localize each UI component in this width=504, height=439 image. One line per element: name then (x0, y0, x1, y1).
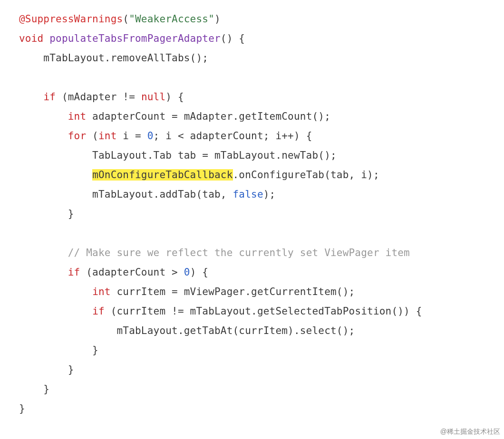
code-line: } (19, 208, 74, 220)
indent-token (19, 91, 43, 103)
text-token: .onConfigureTab(tab, i); (233, 169, 379, 181)
code-line: } (19, 403, 25, 414)
text-token: ) { (190, 267, 209, 278)
keyword-token: void (19, 33, 43, 44)
code-line: } (19, 364, 74, 375)
number-token: 0 (147, 130, 154, 142)
indent-token (19, 169, 92, 181)
indent-token (19, 286, 92, 297)
text-token: (adapterCount > (80, 267, 184, 278)
code-line: // Make sure we reflect the currently se… (19, 247, 410, 258)
text-token: (currItem != mTabLayout.getSelectedTabPo… (105, 305, 422, 317)
code-line: mOnConfigureTabCallback.onConfigureTab(t… (19, 169, 379, 181)
code-line: if (adapterCount > 0) { (19, 267, 208, 278)
code-line: @SuppressWarnings("WeakerAccess") (19, 13, 221, 25)
code-line: mTabLayout.removeAllTabs(); (19, 52, 208, 64)
text-token: ; i < adapterCount; i++) { (154, 130, 312, 142)
code-line: if (currItem != mTabLayout.getSelectedTa… (19, 305, 422, 317)
string-token: "WeakerAccess" (129, 13, 214, 25)
number-token: 0 (184, 267, 190, 278)
punct-token: ) (214, 13, 221, 25)
code-line: if (mAdapter != null) { (19, 91, 184, 103)
type-token: int (92, 286, 111, 297)
indent-token (19, 247, 68, 258)
indent-token (19, 130, 68, 142)
code-line: int adapterCount = mAdapter.getItemCount… (19, 111, 330, 122)
type-token: int (68, 111, 87, 122)
punct-token: ( (123, 13, 129, 25)
code-line: } (19, 383, 49, 395)
keyword-token: if (43, 91, 56, 103)
text-token: mTabLayout.addTab(tab, (19, 189, 233, 200)
annotation-token: @SuppressWarnings (19, 13, 123, 25)
keyword-token: if (68, 267, 80, 278)
text-token: adapterCount = mAdapter.getItemCount(); (86, 111, 330, 122)
indent-token (19, 305, 92, 317)
keyword-token: null (141, 91, 165, 103)
code-line: mTabLayout.addTab(tab, false); (19, 189, 275, 200)
text-token: (mAdapter != (56, 91, 141, 103)
comment-token: // Make sure we reflect the currently se… (68, 247, 410, 258)
code-line: int currItem = mViewPager.getCurrentItem… (19, 286, 355, 297)
code-block: @SuppressWarnings("WeakerAccess") void p… (0, 0, 504, 428)
code-line: TabLayout.Tab tab = mTabLayout.newTab(); (19, 150, 337, 161)
code-line: for (int i = 0; i < adapterCount; i++) { (19, 130, 312, 142)
text-token: currItem = mViewPager.getCurrentItem(); (111, 286, 355, 297)
type-token: int (98, 130, 117, 142)
watermark-text: @稀土掘金技术社区 (440, 428, 500, 436)
text-token: i = (117, 130, 147, 142)
code-line: } (19, 344, 98, 356)
literal-token: false (233, 189, 263, 200)
code-line: void populateTabsFromPagerAdapter() { (19, 33, 245, 44)
text-token: ) { (165, 91, 184, 103)
method-decl-token: populateTabsFromPagerAdapter (43, 33, 220, 44)
keyword-token: for (68, 130, 87, 142)
text-token: ( (86, 130, 98, 142)
keyword-token: if (92, 305, 105, 317)
indent-token (19, 111, 68, 122)
code-line: mTabLayout.getTabAt(currItem).select(); (19, 325, 355, 336)
text-token: () { (221, 33, 245, 44)
highlighted-token: mOnConfigureTabCallback (92, 169, 233, 181)
indent-token (19, 267, 68, 278)
text-token: ); (263, 189, 276, 200)
